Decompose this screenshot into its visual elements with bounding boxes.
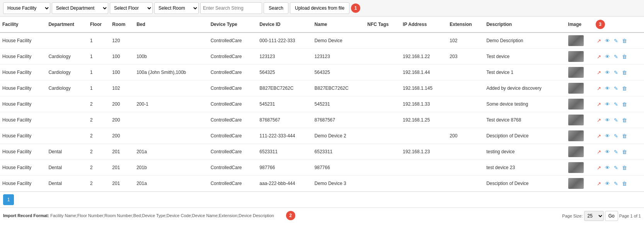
table-row: House Facility2200200-1ControlledCare545…	[0, 96, 644, 112]
image-cell	[566, 65, 593, 80]
device-thumbnail	[568, 35, 584, 46]
device-thumbnail	[568, 146, 584, 157]
table-row: House FacilityCardiology1100100bControll…	[0, 49, 644, 65]
view-icon[interactable]: 👁	[604, 116, 611, 123]
open-link-icon[interactable]: ↗	[596, 101, 603, 108]
badge-2: 2	[286, 211, 295, 220]
action-cell: ↗ 👁 ✎ 🗑	[593, 176, 644, 192]
open-link-icon[interactable]: ↗	[596, 132, 603, 139]
import-format-row: Import Record Format: Facility Name;Floo…	[0, 207, 644, 224]
action-cell: ↗ 👁 ✎ 🗑	[593, 33, 644, 49]
open-link-icon[interactable]: ↗	[596, 148, 603, 155]
action-cell: ↗ 👁 ✎ 🗑	[593, 144, 644, 160]
image-cell	[566, 80, 593, 96]
view-icon[interactable]: 👁	[604, 180, 611, 187]
page-size-label: Page Size: 25 50 100 Go Page 1 of 1	[562, 211, 641, 221]
page-size-select[interactable]: 25 50 100	[584, 211, 604, 221]
table-row: House FacilityCardiology1100100a (John S…	[0, 65, 644, 80]
delete-icon[interactable]: 🗑	[621, 69, 628, 76]
edit-icon[interactable]: ✎	[613, 116, 620, 123]
view-icon[interactable]: 👁	[604, 164, 611, 171]
view-icon[interactable]: 👁	[604, 132, 611, 139]
image-cell	[566, 128, 593, 144]
col-department: Department	[46, 17, 88, 33]
device-thumbnail	[568, 83, 584, 94]
view-icon[interactable]: 👁	[604, 69, 611, 76]
page-1-button[interactable]: 1	[3, 194, 14, 205]
edit-icon[interactable]: ✎	[613, 132, 620, 139]
department-select[interactable]: Select Department	[52, 2, 108, 14]
badge-1: 1	[351, 3, 360, 13]
facility-select[interactable]: House Facility	[3, 2, 50, 14]
col-floor: Floor	[88, 17, 110, 33]
view-icon[interactable]: 👁	[604, 37, 611, 44]
pagination-row: 1	[0, 192, 644, 207]
col-badge: 3	[593, 17, 644, 33]
delete-icon[interactable]: 🗑	[621, 148, 628, 155]
col-extension: Extension	[447, 17, 484, 33]
edit-icon[interactable]: ✎	[613, 164, 620, 171]
bottom-section: 1 Import Record Format: Facility Name;Fl…	[0, 192, 644, 224]
table-row: House FacilityDental2201201aControlledCa…	[0, 176, 644, 192]
delete-icon[interactable]: 🗑	[621, 132, 628, 139]
open-link-icon[interactable]: ↗	[596, 85, 603, 92]
open-link-icon[interactable]: ↗	[596, 37, 603, 44]
action-cell: ↗ 👁 ✎ 🗑	[593, 96, 644, 112]
edit-icon[interactable]: ✎	[613, 69, 620, 76]
floor-select[interactable]: Select Floor	[110, 2, 153, 14]
table-row: House FacilityDental2201201aControlledCa…	[0, 144, 644, 160]
col-facility: Facility	[0, 17, 46, 33]
go-button[interactable]: Go	[605, 211, 618, 221]
room-select[interactable]: Select Room	[154, 2, 199, 14]
edit-icon[interactable]: ✎	[613, 101, 620, 108]
search-input[interactable]	[200, 2, 262, 14]
col-device-type: Device Type	[208, 17, 257, 33]
edit-icon[interactable]: ✎	[613, 85, 620, 92]
devices-table: Facility Department Floor Room Bed Devic…	[0, 17, 644, 192]
device-thumbnail	[568, 67, 584, 78]
device-thumbnail	[568, 99, 584, 110]
open-link-icon[interactable]: ↗	[596, 53, 603, 60]
device-thumbnail	[568, 51, 584, 62]
edit-icon[interactable]: ✎	[613, 53, 620, 60]
delete-icon[interactable]: 🗑	[621, 180, 628, 187]
action-cell: ↗ 👁 ✎ 🗑	[593, 65, 644, 80]
delete-icon[interactable]: 🗑	[621, 53, 628, 60]
table-row: House FacilityCardiology1102ControlledCa…	[0, 80, 644, 96]
edit-icon[interactable]: ✎	[613, 180, 620, 187]
open-link-icon[interactable]: ↗	[596, 164, 603, 171]
view-icon[interactable]: 👁	[604, 101, 611, 108]
search-button[interactable]: Search	[264, 2, 288, 14]
delete-icon[interactable]: 🗑	[621, 85, 628, 92]
col-image: Image	[566, 17, 593, 33]
col-bed: Bed	[134, 17, 208, 33]
edit-icon[interactable]: ✎	[613, 37, 620, 44]
device-thumbnail	[568, 178, 584, 189]
view-icon[interactable]: 👁	[604, 53, 611, 60]
open-link-icon[interactable]: ↗	[596, 180, 603, 187]
col-ip: IP Address	[400, 17, 447, 33]
col-nfc: NFC Tags	[365, 17, 400, 33]
image-cell	[566, 176, 593, 192]
open-link-icon[interactable]: ↗	[596, 69, 603, 76]
delete-icon[interactable]: 🗑	[621, 101, 628, 108]
delete-icon[interactable]: 🗑	[621, 164, 628, 171]
device-thumbnail	[568, 162, 584, 173]
col-description: Description	[484, 17, 566, 33]
view-icon[interactable]: 👁	[604, 85, 611, 92]
upload-button[interactable]: Upload devices from file	[290, 2, 349, 14]
action-cell: ↗ 👁 ✎ 🗑	[593, 80, 644, 96]
device-thumbnail	[568, 115, 584, 125]
open-link-icon[interactable]: ↗	[596, 116, 603, 123]
view-icon[interactable]: 👁	[604, 148, 611, 155]
edit-icon[interactable]: ✎	[613, 148, 620, 155]
delete-icon[interactable]: 🗑	[621, 37, 628, 44]
toolbar: House Facility Select Department Select …	[0, 0, 644, 17]
import-label: Import Record Format:	[3, 213, 49, 218]
image-cell	[566, 49, 593, 65]
col-device-id: Device ID	[257, 17, 312, 33]
image-cell	[566, 144, 593, 160]
image-cell	[566, 96, 593, 112]
action-cell: ↗ 👁 ✎ 🗑	[593, 128, 644, 144]
delete-icon[interactable]: 🗑	[621, 116, 628, 123]
